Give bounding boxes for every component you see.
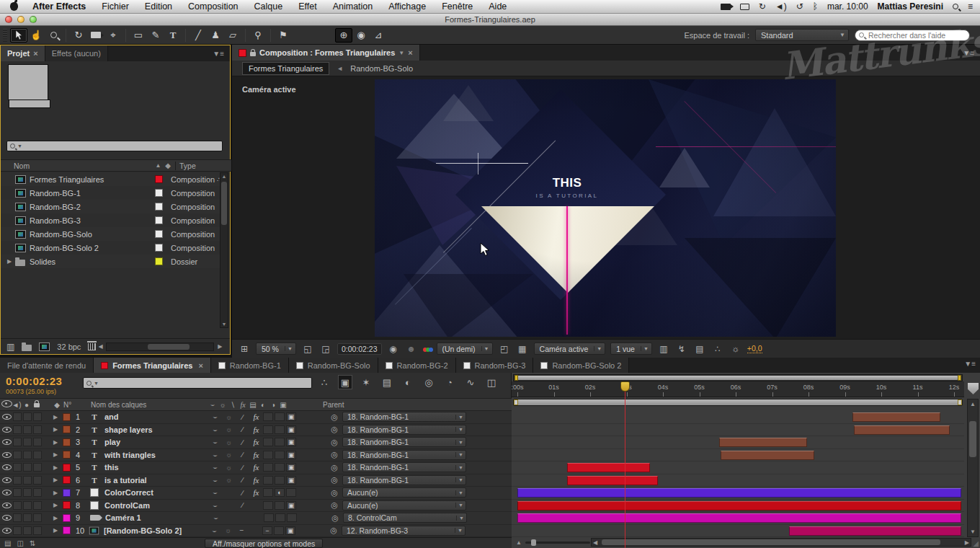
current-timecode[interactable]: 0:00:02:23	[6, 375, 62, 387]
audio-toggle-box[interactable]	[13, 501, 22, 510]
project-scrollbar[interactable]: ▲ ▼	[220, 172, 228, 328]
menu-fichier[interactable]: Fichier	[102, 1, 129, 12]
chevron-down-icon[interactable]: ▼	[398, 50, 404, 56]
timeline-button-icon[interactable]: ▥	[657, 344, 670, 354]
dropdown-arrow-icon[interactable]: ▼	[455, 415, 463, 420]
visibility-eye-icon[interactable]	[2, 414, 12, 420]
parent-column-header[interactable]: Parent	[323, 401, 344, 409]
lock-toggle-box[interactable]	[33, 526, 42, 535]
menu-affichage[interactable]: Affichage	[388, 1, 426, 12]
camera-view-dropdown[interactable]: Caméra active ▼	[534, 342, 606, 355]
label-chip[interactable]	[155, 175, 163, 183]
fx-column-icon[interactable]: fx	[238, 401, 248, 409]
solo-toggle-box[interactable]	[23, 412, 32, 421]
lock-toggle-box[interactable]	[33, 513, 42, 522]
quality-icon[interactable]: ∕	[236, 451, 249, 459]
layer-row[interactable]: ▶4Twith triangles⌣☼∕fx▣◎18. Random-BG-1▼	[0, 449, 512, 462]
project-item[interactable]: Random-BG-Solo 2Composition	[1, 241, 221, 255]
threed-box[interactable]: ▣	[286, 463, 296, 472]
fast-previews-icon[interactable]: ↯	[675, 344, 688, 354]
threed-box[interactable]: ▣	[286, 451, 296, 459]
label-chip[interactable]	[63, 464, 71, 472]
visibility-eye-icon[interactable]	[2, 439, 12, 445]
quality-icon[interactable]: ∕	[236, 464, 249, 472]
local-axis-mode-button[interactable]: ⊕	[335, 28, 352, 43]
grid-options-icon[interactable]: ⊞	[238, 344, 251, 354]
clone-stamp-tool[interactable]: ♟	[207, 28, 224, 43]
frame-blend-box[interactable]	[263, 412, 273, 421]
parent-dropdown[interactable]: 8. ControlCam▼	[343, 513, 467, 523]
lock-toggle-box[interactable]	[33, 463, 42, 472]
parent-pickwhip-icon[interactable]: ◎	[326, 463, 342, 472]
quality-icon[interactable]: −	[235, 526, 249, 534]
layer-duration-bar[interactable]	[517, 488, 961, 498]
panel-menu-icon[interactable]: ▼≡	[207, 45, 230, 61]
composition-canvas[interactable]: THIS IS A TUTORIAL	[375, 79, 836, 337]
timeline-tab[interactable]: Random-BG-Solo 2	[533, 358, 629, 373]
motion-blur-column-icon[interactable]: ◐	[258, 401, 268, 409]
lock-toggle-box[interactable]	[33, 425, 42, 434]
dropdown-arrow-icon[interactable]: ▼	[455, 528, 463, 533]
audio-toggle-box[interactable]	[13, 476, 22, 485]
lock-icon[interactable]	[250, 52, 256, 56]
quality-icon[interactable]: ∕	[236, 425, 249, 433]
close-icon[interactable]: ×	[198, 361, 202, 370]
shape-tool[interactable]: ▭	[130, 28, 147, 43]
tab-composition[interactable]: Composition : Formes Triangulaires ▼ ×	[232, 45, 420, 61]
time-navigator[interactable]	[513, 374, 963, 381]
solo-toggle-box[interactable]	[23, 488, 32, 497]
layer-duration-bar[interactable]	[789, 526, 961, 536]
navigator-shield-handle[interactable]	[968, 383, 979, 394]
motion-blur-box[interactable]	[275, 513, 285, 522]
brush-tool[interactable]: ╱	[190, 28, 207, 43]
project-item[interactable]: Random-BG-SoloComposition	[1, 227, 221, 241]
parent-dropdown[interactable]: Aucun(e)▼	[342, 487, 466, 498]
layer-row[interactable]: ▶7ColorCorrect⌣∕fx◐◎Aucun(e)▼	[0, 487, 512, 500]
quality-icon[interactable]: ∕	[236, 438, 249, 446]
lock-toggle-box[interactable]	[33, 438, 42, 446]
audio-toggle-box[interactable]	[13, 488, 22, 497]
collapse-icon[interactable]: ☼	[222, 451, 236, 459]
twirl-icon[interactable]: ▶	[50, 515, 61, 521]
transparency-grid-icon[interactable]: ▦	[516, 344, 529, 354]
twirl-icon[interactable]: ▶	[50, 439, 61, 446]
column-nom[interactable]: Nom	[14, 162, 30, 170]
puppet-pin-tool[interactable]: ⚲	[249, 28, 267, 43]
label-chip[interactable]	[63, 413, 71, 421]
spotlight-search-icon[interactable]	[953, 4, 958, 9]
sort-arrow-icon[interactable]: ▲	[155, 162, 161, 169]
zoom-slider-knob[interactable]	[531, 539, 536, 546]
parent-pickwhip-icon[interactable]: ◎	[326, 488, 342, 498]
motion-blur-box[interactable]	[275, 438, 285, 446]
lock-column-icon[interactable]	[32, 400, 42, 409]
quality-icon[interactable]: ∕	[236, 501, 249, 509]
camera-tool[interactable]	[87, 28, 104, 43]
comp-flowchart-icon[interactable]: ▤	[693, 344, 706, 354]
solo-toggle-box[interactable]	[23, 476, 32, 485]
project-item[interactable]: Random-BG-3Composition	[1, 213, 221, 227]
region-of-interest-icon[interactable]: ◰	[498, 344, 511, 354]
work-area-end-handle[interactable]	[958, 399, 962, 405]
pen-tool[interactable]: ✎	[147, 28, 164, 43]
snapshot-icon[interactable]: ◉	[387, 344, 400, 354]
threed-box[interactable]	[287, 513, 297, 522]
parent-pickwhip-icon[interactable]: ◎	[326, 438, 342, 447]
layer-row[interactable]: ▶2Tshape layers⌣☼∕fx▣◎18. Random-BG-1▼	[0, 424, 512, 437]
fx-icon[interactable]: fx	[249, 451, 263, 459]
layer-row[interactable]: ▶6Tis a tutorial⌣☼∕fx▣◎18. Random-BG-1▼	[0, 474, 512, 487]
toggle-switches-modes-button[interactable]: Aff./masquer options et modes	[205, 539, 323, 548]
parent-dropdown[interactable]: 12. Random-BG-3▼	[342, 526, 466, 536]
timeline-zoom-slider[interactable]: ▲ ▲	[516, 538, 602, 547]
expand-transfer-modes-icon[interactable]: ◫	[17, 539, 23, 547]
shy-icon[interactable]: ⌣	[208, 451, 222, 459]
shy-icon[interactable]: ⌣	[208, 425, 222, 434]
timeline-search-input[interactable]	[101, 379, 303, 388]
label-chip[interactable]	[155, 230, 163, 238]
shy-icon[interactable]: ⌣	[209, 513, 223, 522]
menu-edition[interactable]: Edition	[145, 1, 172, 12]
frame-blend-box[interactable]	[263, 451, 273, 459]
volume-icon[interactable]: ◄)	[775, 2, 787, 11]
timeline-tab[interactable]: Random-BG-1	[211, 358, 289, 373]
project-item[interactable]: Random-BG-2Composition	[1, 200, 221, 213]
resolution-dropdown[interactable]: (Un demi) ▼	[437, 342, 493, 355]
